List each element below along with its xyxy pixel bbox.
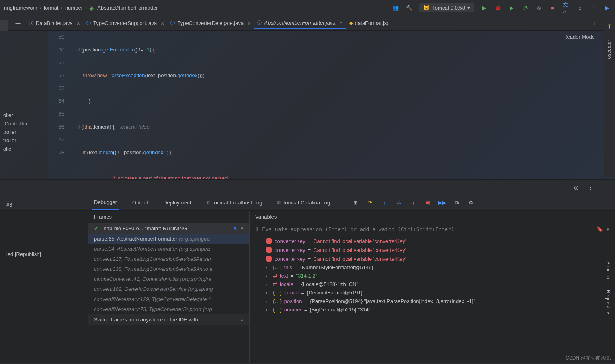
var-row[interactable]: ›{…} format = {DecimalFormat@5191}: [250, 288, 615, 297]
breadcrumb-seg[interactable]: format: [44, 5, 59, 11]
close-icon[interactable]: ×: [77, 20, 80, 27]
fold-gutter[interactable]: [68, 31, 77, 179]
frame-list[interactable]: parse:65, AbstractNumberFormatter (org.s…: [88, 234, 249, 314]
coverage-icon[interactable]: ▶: [508, 4, 515, 12]
close-icon[interactable]: ×: [248, 20, 251, 27]
chevron-down-icon[interactable]: ▾: [607, 226, 609, 232]
run-config-dropdown[interactable]: 🐱 Tomcat 9.0.58 ▾: [419, 3, 474, 12]
force-step-icon[interactable]: ⇊: [395, 199, 402, 207]
thread-selector[interactable]: ✔ "http-nio-8080-e... "main": RUNNING ▼ …: [88, 223, 249, 234]
var-row[interactable]: ! converterKey = Cannot find local varia…: [250, 254, 615, 263]
bookmark-icon[interactable]: 🔖: [596, 225, 603, 233]
build-icon[interactable]: 🔨: [406, 4, 413, 12]
var-row[interactable]: ›{…} position = {ParsePosition@5194} "ja…: [250, 297, 615, 305]
tab-dataformat[interactable]: ◆dataFormat.jsp: [346, 18, 393, 29]
expand-icon[interactable]: ›: [266, 281, 271, 287]
var-row[interactable]: ! converterKey = Cannot find local varia…: [250, 237, 615, 245]
chevron-down-icon: ▾: [467, 5, 470, 11]
tab-abstractnumberformatter[interactable]: ⒿAbstractNumberFormatter.java×: [254, 17, 346, 29]
variables-panel: Variables + Evaluate expression (Enter) …: [249, 211, 615, 363]
breadcrumb-seg[interactable]: number: [65, 5, 83, 11]
filter-icon[interactable]: ▼: [232, 225, 238, 231]
list-item[interactable]: oller: [0, 111, 48, 119]
frame-item[interactable]: invokeConverter:41, ConversionUtils (org…: [88, 274, 249, 284]
line-gutter[interactable]: 59 60 61 62 63 64 65 66 67 68: [48, 31, 68, 179]
debug-toolbar: ◎ ⋮ —: [0, 179, 615, 195]
list-item[interactable]: troller: [0, 136, 48, 145]
profile-icon[interactable]: ◔: [522, 4, 529, 12]
evaluate-icon[interactable]: ⧉: [453, 199, 460, 207]
var-row[interactable]: ›{…} number = {BigDecimal@5215} "314": [250, 305, 615, 314]
var-row[interactable]: ! converterKey = Cannot find local varia…: [250, 245, 615, 254]
settings-icon[interactable]: ⚙: [467, 199, 475, 207]
debug-icon[interactable]: 🐞: [494, 4, 502, 12]
frame-item[interactable]: convertIfNecessary:129, TypeConverterDel…: [88, 294, 249, 304]
breadcrumb[interactable]: ringframework› format› number› ◉ Abstrac…: [4, 5, 158, 11]
translate-icon[interactable]: 文A: [563, 4, 570, 12]
close-icon[interactable]: ×: [240, 317, 244, 323]
frame-item[interactable]: convert:217, FormattingConversionService…: [88, 254, 249, 264]
minimize-icon[interactable]: —: [601, 184, 609, 191]
expand-icon[interactable]: ›: [266, 273, 271, 279]
add-watch-icon[interactable]: +: [255, 225, 259, 233]
list-item[interactable]: oller: [0, 145, 48, 153]
frame-item[interactable]: parse:34, AbstractNumberFormatter (org.s…: [88, 244, 249, 254]
tab-typeconvertersupport[interactable]: ⒿTypeConverterSupport.java×: [83, 18, 167, 29]
breadcrumb-seg[interactable]: AbstractNumberFormatter: [97, 5, 158, 11]
step-over-icon[interactable]: ↷: [366, 199, 373, 207]
var-row[interactable]: ›⇄ text = "314,1,2": [250, 272, 615, 280]
tab-tomcat-catalina[interactable]: ⧉ Tomcat Catalina Log: [276, 196, 332, 209]
expand-icon[interactable]: ›: [266, 264, 271, 270]
error-icon: !: [266, 238, 272, 244]
run-icon[interactable]: ▶: [481, 4, 488, 12]
more-icon[interactable]: ⋮: [590, 4, 597, 12]
attach-icon[interactable]: ⎋: [535, 4, 543, 12]
database-label[interactable]: Database: [607, 38, 612, 59]
more-icon[interactable]: ⋮: [587, 184, 594, 191]
close-icon[interactable]: ×: [161, 20, 164, 27]
frame-item[interactable]: parse:65, AbstractNumberFormatter (org.s…: [88, 234, 249, 244]
step-out-icon[interactable]: ↑: [410, 199, 417, 207]
var-row[interactable]: ›{…} this = {NumberStyleFormatter@5146}: [250, 263, 615, 272]
tab-deployment[interactable]: Deployment: [162, 196, 193, 209]
stop-icon[interactable]: ■: [549, 4, 556, 12]
minimize-icon[interactable]: —: [14, 20, 22, 27]
code-area[interactable]: if (position.getErrorIndex() != -1) { th…: [77, 31, 615, 179]
expand-icon[interactable]: ›: [266, 290, 271, 296]
tab-output[interactable]: Output: [131, 196, 150, 209]
structure-label[interactable]: Structure: [605, 261, 611, 281]
expand-icon[interactable]: ›: [266, 307, 271, 313]
reader-mode-label[interactable]: Reader Mode: [563, 34, 595, 40]
variables-list[interactable]: ! converterKey = Cannot find local varia…: [250, 235, 615, 315]
search-icon[interactable]: ⌕: [576, 4, 584, 12]
tab-tomcat-localhost[interactable]: ⧉ Tomcat Localhost Log: [205, 196, 264, 209]
evaluate-input[interactable]: Evaluate expression (Enter) or add a wat…: [262, 226, 593, 232]
database-icon[interactable]: 🗄: [607, 24, 612, 30]
list-item[interactable]: troller: [0, 128, 48, 136]
structure-panel: oller tController troller troller oller: [0, 31, 48, 179]
evaluate-row[interactable]: + Evaluate expression (Enter) or add a w…: [250, 223, 615, 235]
layout-icon[interactable]: ⊞: [352, 199, 359, 207]
expand-icon[interactable]: ›: [266, 298, 271, 304]
run-to-cursor-icon[interactable]: ▣: [424, 199, 431, 207]
request-label[interactable]: Request Lis: [605, 290, 611, 315]
list-item[interactable]: #3: [3, 200, 85, 209]
list-item[interactable]: tController: [0, 119, 48, 128]
resume-icon[interactable]: ▶▶: [439, 199, 446, 207]
var-row[interactable]: ›⇄ locale = {Locale@5188} "zh_CN": [250, 280, 615, 288]
tab-typeconverterdelegate[interactable]: ⒿTypeConverterDelegate.java×: [167, 18, 254, 29]
step-into-icon[interactable]: ↓: [381, 199, 388, 207]
frame-item[interactable]: convertIfNecessary:73, TypeConverterSupp…: [88, 304, 249, 314]
frame-item[interactable]: convert:338, FormattingConversionService…: [88, 264, 249, 274]
tab-debugger[interactable]: Debugger: [92, 196, 119, 210]
chevron-down-icon[interactable]: ▾: [241, 225, 244, 231]
target-icon[interactable]: ◎: [572, 184, 580, 191]
close-icon[interactable]: ×: [340, 19, 343, 26]
tab-databinder[interactable]: ⒿDataBinder.java×: [26, 18, 83, 29]
code-with-me-icon[interactable]: 👥: [392, 4, 399, 12]
frame-item[interactable]: convert:192, GenericConversionService (o…: [88, 284, 249, 294]
breadcrumb-seg[interactable]: ringframework: [4, 5, 37, 11]
download-icon[interactable]: ↓: [591, 20, 598, 27]
brand-icon[interactable]: ▶: [604, 4, 611, 12]
list-item[interactable]: led [Republish]: [3, 249, 85, 259]
